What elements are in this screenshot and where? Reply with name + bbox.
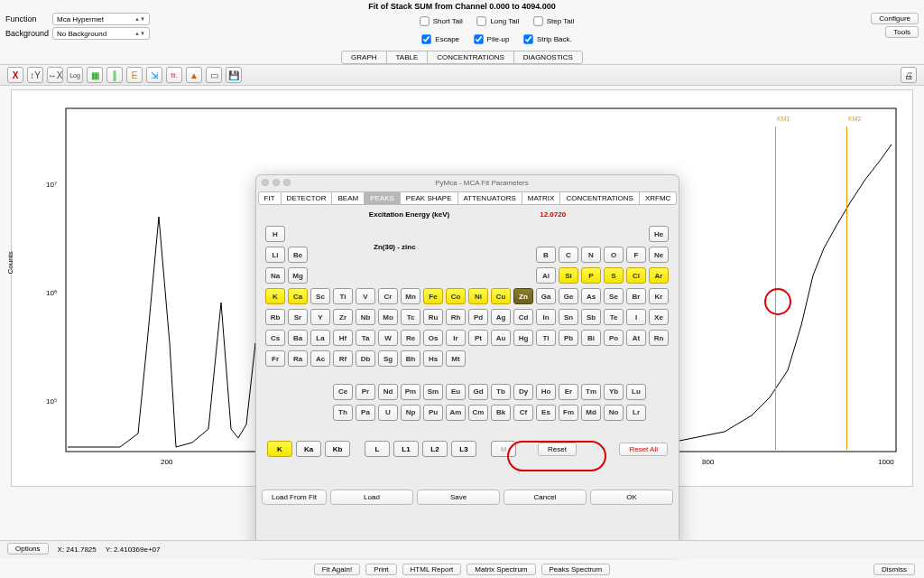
- element-lu[interactable]: Lu: [626, 384, 646, 400]
- configure-button[interactable]: Configure: [871, 13, 919, 24]
- element-dy[interactable]: Dy: [513, 384, 533, 400]
- element-ni[interactable]: Ni: [468, 288, 488, 304]
- element-es[interactable]: Es: [536, 405, 556, 421]
- element-ti[interactable]: Ti: [333, 288, 353, 304]
- element-rn[interactable]: Rn: [649, 330, 669, 346]
- element-xe[interactable]: Xe: [649, 309, 669, 325]
- element-la[interactable]: La: [310, 330, 330, 346]
- element-po[interactable]: Po: [604, 330, 624, 346]
- close-x-icon[interactable]: X: [7, 67, 23, 83]
- shell-k[interactable]: K: [267, 441, 292, 457]
- dialog-tab-xrfmc[interactable]: XRFMC: [640, 191, 677, 205]
- element-zr[interactable]: Zr: [333, 309, 353, 325]
- dialog-tab-matrix[interactable]: MATRIX: [522, 191, 561, 205]
- bars-icon[interactable]: ║: [106, 67, 123, 83]
- element-u[interactable]: U: [378, 405, 398, 421]
- element-o[interactable]: O: [604, 247, 624, 263]
- element-ce[interactable]: Ce: [333, 384, 353, 400]
- shell-m[interactable]: M: [491, 441, 516, 457]
- element-eu[interactable]: Eu: [446, 384, 466, 400]
- element-w[interactable]: W: [378, 330, 398, 346]
- element-mn[interactable]: Mn: [401, 288, 420, 304]
- element-th[interactable]: Th: [333, 405, 353, 421]
- shell-ka[interactable]: Ka: [296, 441, 321, 457]
- save-icon[interactable]: 💾: [226, 67, 242, 83]
- element-hg[interactable]: Hg: [513, 330, 533, 346]
- shell-kb[interactable]: Kb: [325, 441, 350, 457]
- element-hf[interactable]: Hf: [333, 330, 353, 346]
- element-zn[interactable]: Zn: [513, 288, 533, 304]
- shell-l1[interactable]: L1: [393, 441, 419, 457]
- element-si[interactable]: Si: [559, 267, 578, 284]
- cancel-button[interactable]: Cancel: [504, 489, 587, 505]
- matrix-spectrum-button[interactable]: Matrix Spectrum: [467, 564, 535, 575]
- element-b[interactable]: B: [536, 247, 556, 263]
- element-rb[interactable]: Rb: [265, 309, 285, 325]
- plot-area[interactable]: Counts Channel KM1 KM2 200 400 600 800 1…: [11, 89, 913, 487]
- element-te[interactable]: Te: [604, 309, 624, 325]
- main-tab-table[interactable]: TABLE: [387, 51, 429, 63]
- element-md[interactable]: Md: [581, 405, 601, 421]
- element-sm[interactable]: Sm: [423, 384, 443, 400]
- short-tail-checkbox[interactable]: [420, 16, 429, 25]
- element-y[interactable]: Y: [310, 309, 330, 325]
- fit-again--button[interactable]: Fit Again!: [314, 564, 360, 575]
- element-ar[interactable]: Ar: [649, 267, 669, 284]
- dialog-tab-fit[interactable]: FIT: [258, 191, 282, 205]
- peaks-icon[interactable]: ⇲: [146, 67, 162, 83]
- minimize-icon[interactable]: [273, 179, 280, 186]
- element-ca[interactable]: Ca: [288, 288, 308, 304]
- element-ra[interactable]: Ra: [288, 350, 308, 367]
- element-be[interactable]: Be: [288, 247, 308, 263]
- long-tail-checkbox[interactable]: [477, 16, 486, 25]
- element-ta[interactable]: Ta: [356, 330, 375, 346]
- element-yb[interactable]: Yb: [604, 384, 624, 400]
- element-br[interactable]: Br: [626, 288, 646, 304]
- element-sr[interactable]: Sr: [288, 309, 308, 325]
- shell-l2[interactable]: L2: [422, 441, 448, 457]
- element-rf[interactable]: Rf: [333, 350, 353, 367]
- dialog-tab-concentrations[interactable]: CONCENTRATIONS: [560, 191, 640, 205]
- element-at[interactable]: At: [626, 330, 646, 346]
- element-er[interactable]: Er: [559, 384, 578, 400]
- main-tab-diagnostics[interactable]: DIAGNOSTICS: [514, 51, 582, 63]
- main-tab-concentrations[interactable]: CONCENTRATIONS: [428, 51, 514, 63]
- element-pb[interactable]: Pb: [559, 330, 578, 346]
- element-mg[interactable]: Mg: [288, 267, 308, 284]
- element-co[interactable]: Co: [446, 288, 466, 304]
- background-combo[interactable]: No Background▲▼: [52, 27, 150, 40]
- main-tab-graph[interactable]: GRAPH: [342, 51, 386, 63]
- element-cu[interactable]: Cu: [491, 288, 511, 304]
- element-c[interactable]: C: [559, 247, 578, 263]
- element-pr[interactable]: Pr: [356, 384, 375, 400]
- load-button[interactable]: Load: [330, 489, 413, 505]
- element-tm[interactable]: Tm: [581, 384, 601, 400]
- element-tb[interactable]: Tb: [491, 384, 511, 400]
- element-ag[interactable]: Ag: [491, 309, 511, 325]
- element-bi[interactable]: Bi: [581, 330, 601, 346]
- fit-icon[interactable]: fit.: [166, 67, 182, 83]
- log-icon[interactable]: Log: [67, 67, 83, 83]
- element-ir[interactable]: Ir: [446, 330, 466, 346]
- element-cl[interactable]: Cl: [626, 267, 646, 284]
- select-icon[interactable]: ▭: [206, 67, 222, 83]
- element-ac[interactable]: Ac: [310, 350, 330, 367]
- html-report-button[interactable]: HTML Report: [402, 564, 462, 575]
- y-arrow-icon[interactable]: ↕Y: [27, 67, 43, 83]
- element-f[interactable]: F: [626, 247, 646, 263]
- element-ne[interactable]: Ne: [649, 247, 669, 263]
- element-fm[interactable]: Fm: [559, 405, 578, 421]
- element-li[interactable]: Li: [265, 247, 285, 263]
- element-mt[interactable]: Mt: [446, 350, 466, 367]
- function-combo[interactable]: Mca Hypermet▲▼: [52, 13, 150, 25]
- dialog-tab-attenuators[interactable]: ATTENUATORS: [458, 191, 522, 205]
- reset-button[interactable]: Reset: [538, 443, 577, 456]
- element-os[interactable]: Os: [423, 330, 443, 346]
- dialog-tab-peaks[interactable]: PEAKS: [365, 191, 401, 205]
- element-pt[interactable]: Pt: [468, 330, 488, 346]
- print-icon[interactable]: 🖨: [901, 67, 917, 83]
- element-as[interactable]: As: [581, 288, 601, 304]
- element-h[interactable]: H: [265, 226, 285, 242]
- element-se[interactable]: Se: [604, 288, 624, 304]
- element-cd[interactable]: Cd: [513, 309, 533, 325]
